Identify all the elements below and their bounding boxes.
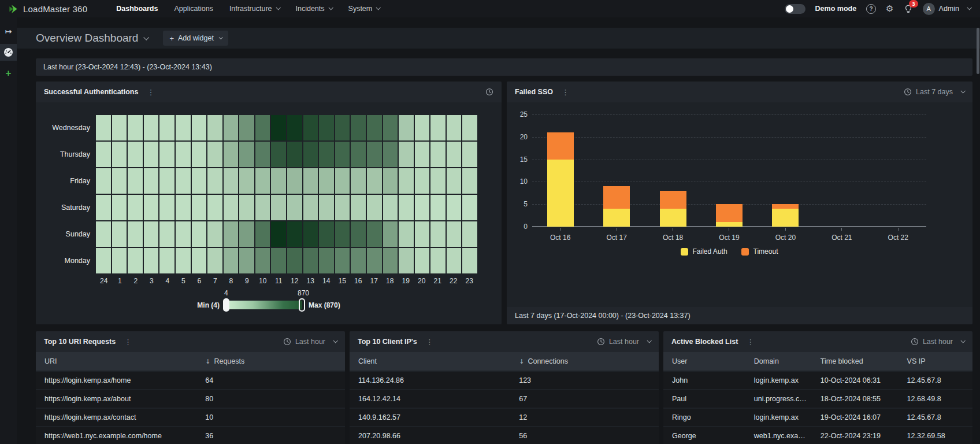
stacked-bar[interactable]	[547, 132, 574, 227]
heatmap-cell[interactable]	[159, 142, 175, 167]
sidebar-add-icon[interactable]: +	[6, 68, 12, 79]
slider-track[interactable]: 4 870	[226, 301, 302, 309]
heatmap-cell[interactable]	[367, 115, 382, 140]
nav-item-dashboards[interactable]: Dashboards	[108, 0, 166, 17]
widget-menu-icon[interactable]: ⋮	[562, 88, 569, 97]
heatmap-cell[interactable]	[319, 221, 334, 247]
heatmap-cell[interactable]	[383, 142, 398, 167]
heatmap-cell[interactable]	[335, 195, 350, 220]
heatmap-cell[interactable]	[399, 115, 414, 140]
heatmap-cell[interactable]	[176, 168, 191, 194]
widget-menu-icon[interactable]: ⋮	[426, 338, 433, 346]
heatmap-cell[interactable]	[112, 195, 127, 220]
heatmap-cell[interactable]	[192, 248, 207, 273]
heatmap-cell[interactable]	[351, 168, 366, 194]
heatmap-cell[interactable]	[192, 195, 207, 220]
table-row[interactable]: https://login.kemp.ax/contact10	[36, 409, 345, 426]
heatmap-cell[interactable]	[351, 142, 366, 167]
heatmap-cell[interactable]	[112, 221, 127, 247]
heatmap-cell[interactable]	[271, 248, 286, 273]
heatmap-cell[interactable]	[159, 248, 175, 273]
widget-menu-icon[interactable]: ⋮	[147, 88, 154, 97]
user-menu[interactable]: A Admin	[923, 3, 971, 15]
table-row[interactable]: https://web1.nyc.example.com/home36	[36, 427, 345, 444]
heatmap-cell[interactable]	[287, 168, 302, 194]
heatmap-cell[interactable]	[351, 248, 366, 273]
heatmap-cell[interactable]	[335, 248, 350, 273]
heatmap-cell[interactable]	[447, 195, 462, 220]
heatmap-cell[interactable]	[447, 221, 462, 247]
heatmap-cell[interactable]	[239, 142, 254, 167]
heatmap-cell[interactable]	[144, 221, 159, 247]
heatmap-cell[interactable]	[462, 195, 477, 220]
heatmap-cell[interactable]	[462, 142, 477, 167]
column-header-client[interactable]: Client	[350, 357, 510, 365]
heatmap-cell[interactable]	[239, 221, 254, 247]
heatmap-cell[interactable]	[192, 221, 207, 247]
heatmap-cell[interactable]	[159, 115, 175, 140]
brand[interactable]: LoadMaster 360	[8, 3, 87, 14]
stacked-bar[interactable]	[660, 191, 686, 227]
heatmap-cell[interactable]	[96, 221, 111, 247]
heatmap-cell[interactable]	[207, 248, 222, 273]
heatmap-cell[interactable]	[192, 115, 207, 140]
heatmap-cell[interactable]	[415, 221, 430, 247]
heatmap-cell[interactable]	[255, 168, 270, 194]
heatmap-cell[interactable]	[287, 195, 302, 220]
heatmap-cell[interactable]	[462, 168, 477, 194]
table-row[interactable]: Ringologin.kemp.ax19-Oct-2024 16:0712.45…	[663, 409, 972, 426]
heatmap-cell[interactable]	[255, 248, 270, 273]
heatmap-cell[interactable]	[430, 221, 446, 247]
heatmap-cell[interactable]	[287, 115, 302, 140]
heatmap-cell[interactable]	[383, 195, 398, 220]
heatmap-cell[interactable]	[415, 168, 430, 194]
heatmap-cell[interactable]	[351, 221, 366, 247]
heatmap-cell[interactable]	[430, 142, 446, 167]
heatmap-cell[interactable]	[112, 115, 127, 140]
heatmap-cell[interactable]	[383, 115, 398, 140]
time-range-control[interactable]: Last hour	[283, 338, 337, 346]
heatmap-cell[interactable]	[224, 115, 239, 140]
heatmap-cell[interactable]	[176, 248, 191, 273]
table-row[interactable]: 164.12.42.1467	[350, 390, 659, 408]
column-header-user[interactable]: User	[663, 357, 745, 365]
widget-menu-icon[interactable]: ⋮	[747, 338, 754, 346]
heatmap-cell[interactable]	[144, 142, 159, 167]
stacked-bar[interactable]	[772, 204, 799, 227]
column-header-connections[interactable]: ↓Connections	[510, 357, 659, 365]
heatmap-cell[interactable]	[128, 168, 143, 194]
heatmap-cell[interactable]	[430, 248, 446, 273]
heatmap-cell[interactable]	[335, 168, 350, 194]
heatmap-cell[interactable]	[303, 195, 318, 220]
gear-icon[interactable]: ⚙	[886, 5, 893, 13]
heatmap-cell[interactable]	[367, 221, 382, 247]
heatmap-cell[interactable]	[96, 168, 111, 194]
heatmap-cell[interactable]	[144, 248, 159, 273]
heatmap-cell[interactable]	[399, 195, 414, 220]
heatmap-cell[interactable]	[351, 115, 366, 140]
heatmap-cell[interactable]	[447, 248, 462, 273]
table-row[interactable]: 140.9.162.5712	[350, 409, 659, 426]
heatmap-cell[interactable]	[335, 115, 350, 140]
heatmap-cell[interactable]	[255, 195, 270, 220]
heatmap-cell[interactable]	[224, 195, 239, 220]
heatmap-cell[interactable]	[239, 248, 254, 273]
heatmap-cell[interactable]	[176, 115, 191, 140]
heatmap-cell[interactable]	[319, 248, 334, 273]
table-row[interactable]: Johnlogin.kemp.ax10-Oct-2024 06:3112.45.…	[663, 372, 972, 389]
heatmap-cell[interactable]	[287, 142, 302, 167]
heatmap-cell[interactable]	[159, 195, 175, 220]
heatmap-cell[interactable]	[415, 142, 430, 167]
heatmap-cell[interactable]	[383, 168, 398, 194]
widget-menu-icon[interactable]: ⋮	[124, 338, 132, 346]
heatmap-cell[interactable]	[447, 168, 462, 194]
heatmap-cell[interactable]	[447, 115, 462, 140]
table-row[interactable]: https://login.kemp.ax/home64	[36, 372, 345, 389]
heatmap-cell[interactable]	[287, 248, 302, 273]
heatmap-cell[interactable]	[176, 221, 191, 247]
heatmap-cell[interactable]	[207, 115, 222, 140]
help-icon[interactable]: ?	[866, 4, 876, 14]
heatmap-cell[interactable]	[415, 248, 430, 273]
heatmap-cell[interactable]	[96, 142, 111, 167]
heatmap-cell[interactable]	[96, 115, 111, 140]
